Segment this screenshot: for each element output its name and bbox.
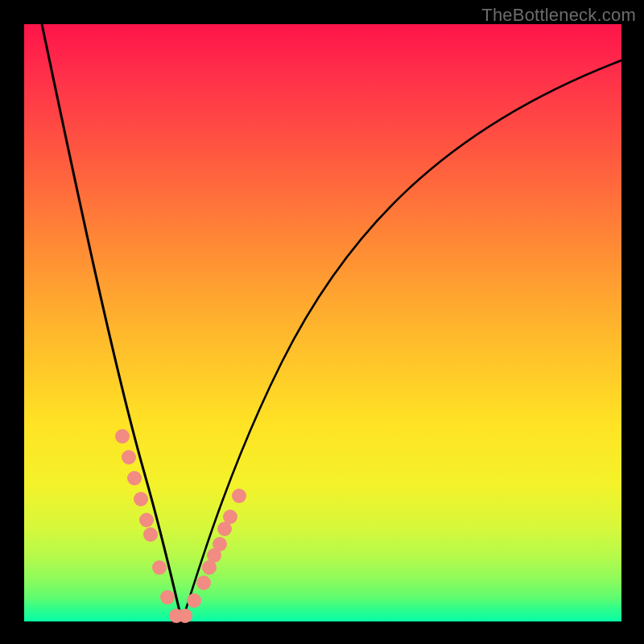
highlight-dot [122, 450, 136, 464]
highlight-dot [152, 560, 167, 575]
watermark-text: TheBottleneck.com [481, 5, 636, 26]
highlight-dot [178, 609, 192, 623]
highlight-dot [223, 510, 237, 524]
highlight-dot [187, 593, 201, 608]
bottleneck-curve [24, 24, 621, 621]
highlight-dot [143, 527, 158, 542]
highlight-dot [196, 576, 211, 590]
curve-left-branch [42, 24, 182, 621]
highlight-dot [160, 590, 175, 605]
chart-plot-area [24, 24, 621, 621]
highlight-dot [232, 489, 246, 503]
highlight-dot [213, 537, 227, 551]
highlight-dot [139, 513, 154, 527]
curve-right-branch [182, 60, 621, 621]
highlight-dot [134, 492, 148, 506]
highlight-dot [115, 429, 130, 444]
highlight-dot [127, 471, 142, 485]
